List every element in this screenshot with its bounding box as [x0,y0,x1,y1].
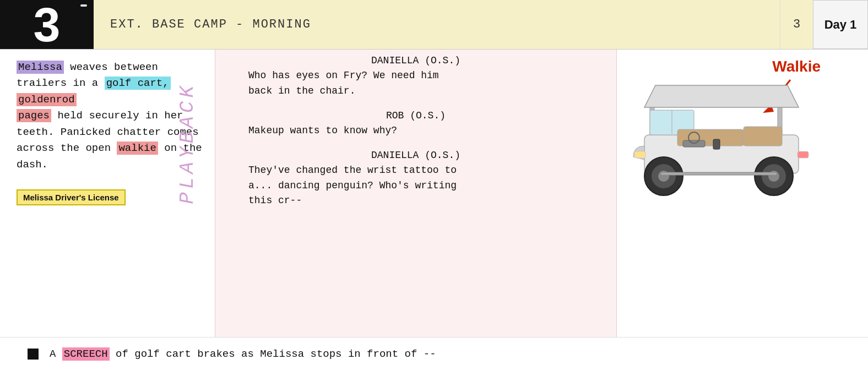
highlight-walkie: walkie [117,142,158,155]
action-text: Melissa weaves between trailers in a gol… [17,59,204,173]
tag-label: Melissa Driver's License [17,189,126,205]
scene-header: 3 EXT. BASE CAMP - MORNING 3 Day 1 [0,0,868,50]
dialogue-block-2: ROB (O.S.) Makeup wants to know why? [226,110,605,139]
scene-number-badge [80,4,87,7]
highlight-melissa: Melissa [17,61,64,74]
main-content: Melissa weaves between trailers in a gol… [0,50,868,370]
left-column: Melissa weaves between trailers in a gol… [0,50,215,370]
day-badge: Day 1 [813,0,868,49]
svg-rect-18 [661,172,777,175]
bottom-text: A SCREECH of golf cart brakes as Melissa… [50,348,436,360]
svg-rect-19 [634,151,645,158]
character-name-3: DANIELLA (O.S.) [226,150,605,161]
dialogue-text-2: Makeup wants to know why? [226,123,605,139]
character-name-2: ROB (O.S.) [226,110,605,121]
highlight-goldenrod: goldenrod [17,93,77,106]
playback-vertical: PLAYBACK [176,83,199,204]
dialogue-text-3: They've changed the wrist tattoo toa... … [226,163,605,209]
action-part5: open [79,142,117,154]
dialogue-text-1: Who has eyes on Fry? We need himback in … [226,68,605,99]
dialogue-block-1: DANIELLA (O.S.) Who has eyes on Fry? We … [226,55,605,99]
action-the: the [61,142,79,154]
scene-marker-square [28,349,39,360]
highlight-golf-cart: golf cart, [105,77,171,90]
bottom-text-after: of golf cart brakes as Melissa stops in … [110,348,436,360]
scene-heading: EXT. BASE CAMP - MORNING [94,0,780,49]
golf-cart-area: Walkie [628,58,837,212]
svg-rect-20 [798,151,809,158]
scene-number-right: 3 [780,0,813,49]
svg-marker-2 [644,85,799,107]
scene-heading-text: EXT. BASE CAMP - MORNING [110,18,311,31]
bottom-text-before: A [50,348,62,360]
svg-rect-11 [713,139,720,149]
highlight-pages: pages [17,109,51,122]
golf-cart-illustration [628,74,815,206]
right-column: Walkie [617,50,848,370]
walkie-label: Walkie [772,58,821,75]
page: 3 EXT. BASE CAMP - MORNING 3 Day 1 Melis… [0,0,868,370]
highlight-screech: SCREECH [62,347,110,361]
scene-number-left: 3 [0,0,94,49]
character-name-1: DANIELLA (O.S.) [226,55,605,66]
dialogue-column: DANIELLA (O.S.) Who has eyes on Fry? We … [215,50,617,370]
scene-number-big: 3 [34,1,61,49]
dialogue-block-3: DANIELLA (O.S.) They've changed the wris… [226,150,605,209]
svg-rect-8 [744,127,782,146]
bottom-strip: A SCREECH of golf cart brakes as Melissa… [0,337,868,370]
